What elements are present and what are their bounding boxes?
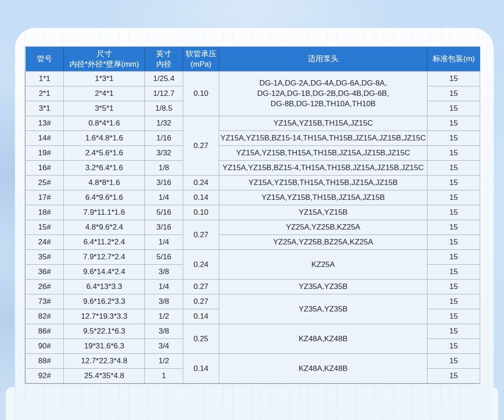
table-cell: 15 [428,86,480,101]
table-cell: YZ15A,YZ15B,TH15B,JZ15A,JZ15B [219,190,428,205]
table-cell: 9.6*16.2*3.3 [64,294,145,309]
table-cell: 1/16 [145,131,183,145]
table-cell: 1*3*1 [64,71,145,86]
table-row: 35#7.9*12.7*2.45/160.24KZ25A15 [26,249,480,264]
table-cell: 12.7*22.3*4.8 [64,353,145,368]
hose-spec-table: 管号尺寸内径*外径*壁厚(mm)英寸内径软管承压(mPa)适用泵头标准包装(m)… [25,47,480,384]
table-cell: YZ15A,YZ15B,TH15A,TH15B,JZ15A,JZ15B [219,175,428,190]
table-cell: 3/8 [145,294,183,309]
table-cell: 1/2 [145,309,183,324]
table-cell: 24# [26,235,64,249]
table-cell: 0.14 [183,309,219,324]
table-cell: YZ15A,YZ15B,BZ15-14,TH15A,TH15B,JZ15A,JZ… [219,131,428,145]
table-cell: 1/8 [145,160,183,175]
table-cell: 1/4 [145,235,183,249]
table-cell: 6.4*9.6*1.6 [64,190,145,205]
table-cell: YZ25A,YZ25B,KZ25A [219,220,428,235]
table-cell: 15 [428,309,480,324]
table-cell: 0.25 [183,324,219,353]
table-cell: 5/16 [145,249,183,264]
table-cell: 3/8 [145,264,183,279]
table-cell: 15 [428,339,480,353]
table-cell: 6.4*11.2*2.4 [64,235,145,249]
table-cell: 14# [26,131,64,145]
table-header: 管号尺寸内径*外径*壁厚(mm)英寸内径软管承压(mPa)适用泵头标准包装(m) [26,47,480,71]
table-cell: 13# [26,116,64,131]
table-cell: 15 [428,264,480,279]
table-cell: 15 [428,353,480,368]
page-background: 管号尺寸内径*外径*壁厚(mm)英寸内径软管承压(mPa)适用泵头标准包装(m)… [0,0,504,420]
table-cell: 3/4 [145,339,183,353]
table-cell: 0.8*4*1.6 [64,116,145,131]
table-cell: 1 [145,368,183,383]
table-cell: YZ35A,YZ35B [219,279,428,294]
table-cell: 26# [26,279,64,294]
table-cell: 1/32 [145,116,183,131]
table-cell: 25.4*35*4.8 [64,368,145,383]
table-cell: 7.9*11.1*1.6 [64,205,145,220]
table-cell: 36# [26,264,64,279]
table-cell: 15 [428,324,480,339]
table-row: 25#4.8*8*1.63/160.24YZ15A,YZ15B,TH15A,TH… [26,175,480,190]
table-cell: 3*1 [26,101,64,116]
table-cell: 0.27 [183,116,219,175]
table-cell: 15# [26,220,64,235]
column-header: 标准包装(m) [428,47,480,71]
table-cell: 15 [428,220,480,235]
table-row: 26#6.4*13*3.31/40.27YZ35A,YZ35B15 [26,279,480,294]
table-cell: 35# [26,249,64,264]
table-cell: 17# [26,190,64,205]
table-cell: YZ15A,YZ15B,TH15A,JZ15C [219,116,428,131]
table-cell: 0.24 [183,249,219,279]
table-cell: YZ15A,YZ15B,TH15A,TH15B,JZ15A,JZ15B,JZ15… [219,145,428,160]
table-cell: 3/16 [145,220,183,235]
table-cell: YZ15A,YZ15B,BZ15-4,TH15A,TH15B,JZ15A,JZ1… [219,160,428,175]
table-cell: 15 [428,279,480,294]
table-cell: 15 [428,294,480,309]
table-cell: 3/8 [145,324,183,339]
table-cell: 15 [428,116,480,131]
table-cell: YZ25A,YZ25B,BZ25A,KZ25A [219,235,428,249]
table-cell: KZ48A,KZ48B [219,324,428,353]
table-cell: 0.27 [183,294,219,309]
table-cell: 15 [428,368,480,383]
header-row: 管号尺寸内径*外径*壁厚(mm)英寸内径软管承压(mPa)适用泵头标准包装(m) [26,47,480,71]
table-cell: 1/2 [145,353,183,368]
table-cell: 15 [428,235,480,249]
column-header: 尺寸内径*外径*壁厚(mm) [64,47,145,71]
table-cell: 19*31.6*6.3 [64,339,145,353]
table-cell: 19# [26,145,64,160]
table-cell: YZ35A,YZ35B [219,294,428,324]
table-row: 1*11*3*11/25.40.10DG-1A,DG-2A,DG-4A,DG-6… [26,71,480,86]
table-cell: 9.5*22.1*6.3 [64,324,145,339]
table-body: 1*11*3*11/25.40.10DG-1A,DG-2A,DG-4A,DG-6… [26,71,480,383]
table-cell: 86# [26,324,64,339]
table-cell: 3/32 [145,145,183,160]
table-cell: 3*5*1 [64,101,145,116]
table-cell: 15 [428,160,480,175]
hose-spec-table-container: 管号尺寸内径*外径*壁厚(mm)英寸内径软管承压(mPa)适用泵头标准包装(m)… [25,46,479,384]
table-cell: 4.8*9.6*2.4 [64,220,145,235]
table-cell: 15 [428,249,480,264]
table-cell: 15 [428,101,480,116]
table-cell: 6.4*13*3.3 [64,279,145,294]
table-cell: 1/25.4 [145,71,183,86]
table-cell: 15 [428,145,480,160]
table-cell: 0.14 [183,353,219,383]
table-cell: 2.4*5.6*1.6 [64,145,145,160]
table-row: 18#7.9*11.1*1.65/160.10YZ15A,YZ15B15 [26,205,480,220]
table-cell: 15 [428,71,480,86]
table-cell: DG-1A,DG-2A,DG-4A,DG-6A,DG-8A,DG-12A,DG-… [219,71,428,116]
table-cell: 15 [428,205,480,220]
table-row: 88#12.7*22.3*4.81/20.14KZ48A,KZ48B15 [26,353,480,368]
table-cell: 9.6*14.4*2.4 [64,264,145,279]
column-header: 管号 [26,47,64,71]
table-cell: YZ15A,YZ15B [219,205,428,220]
table-row: 19#2.4*5.6*1.63/32YZ15A,YZ15B,TH15A,TH15… [26,145,480,160]
table-cell: 7.9*12.7*2.4 [64,249,145,264]
table-cell: 15 [428,190,480,205]
column-header: 软管承压(mPa) [183,47,219,71]
table-cell: 5/16 [145,205,183,220]
table-row: 73#9.6*16.2*3.33/80.27YZ35A,YZ35B15 [26,294,480,309]
table-cell: 1/4 [145,190,183,205]
